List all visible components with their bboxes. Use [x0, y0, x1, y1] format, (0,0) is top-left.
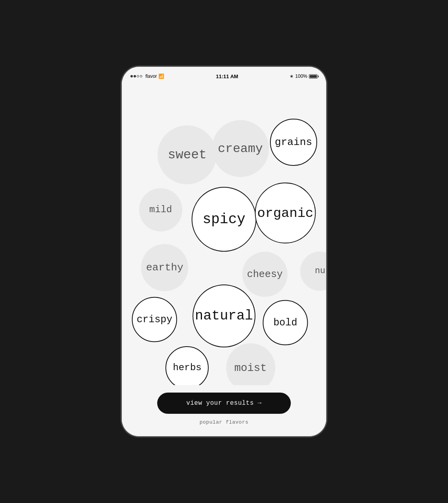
flavor-bubble-mild[interactable]: mild	[139, 188, 182, 231]
popular-flavors-label: popular flavors	[200, 419, 249, 425]
bubble-label-creamy: creamy	[218, 141, 263, 156]
bubble-label-moist: moist	[234, 362, 267, 374]
signal-dot-3	[137, 75, 139, 77]
bottom-area: view your results → popular flavors	[122, 385, 326, 436]
bubble-label-sweet: sweet	[168, 148, 207, 162]
status-right: ∗ 100%	[290, 73, 318, 79]
content-area: sweetcreamygrainsmildspicyorganicearthyc…	[122, 84, 326, 436]
bubble-label-mild: mild	[149, 204, 172, 215]
phone-frame: flavor 📶 11:11 AM ∗ 100% sweetcreamygrai…	[122, 67, 326, 436]
bubble-label-natural: natural	[195, 308, 253, 324]
flavor-bubble-cheesy[interactable]: cheesy	[242, 252, 288, 297]
signal-dot-1	[130, 75, 133, 77]
battery-fill	[310, 75, 317, 78]
arrow-icon: →	[258, 400, 262, 407]
battery-percent: 100%	[295, 73, 307, 79]
signal-dot-2	[134, 75, 136, 77]
battery-icon	[309, 74, 318, 79]
bubble-label-crispy: crispy	[137, 314, 173, 325]
signal-dot-4	[140, 75, 142, 77]
bubble-label-spicy: spicy	[203, 211, 246, 228]
flavor-bubble-nu[interactable]: nu	[300, 252, 326, 291]
flavor-bubble-grains[interactable]: grains	[270, 119, 317, 166]
flavor-bubble-earthy[interactable]: earthy	[141, 244, 188, 291]
signal-dots	[130, 75, 142, 77]
flavor-bubble-natural[interactable]: natural	[193, 285, 255, 347]
flavor-bubble-creamy[interactable]: creamy	[212, 120, 269, 177]
bubble-label-grains: grains	[275, 136, 312, 148]
bubble-label-bold: bold	[274, 317, 297, 328]
flavor-bubble-herbs[interactable]: herbs	[165, 346, 209, 389]
status-bar: flavor 📶 11:11 AM ∗ 100%	[122, 67, 326, 84]
view-results-button[interactable]: view your results →	[157, 393, 291, 414]
status-left: flavor 📶	[130, 73, 164, 79]
bubble-label-organic: organic	[257, 206, 313, 220]
flavor-bubble-bold[interactable]: bold	[263, 300, 308, 345]
flavor-bubble-sweet[interactable]: sweet	[158, 125, 217, 184]
bubble-label-nu: nu	[315, 266, 325, 276]
flavor-bubble-crispy[interactable]: crispy	[132, 297, 177, 342]
bubble-label-herbs: herbs	[173, 362, 202, 373]
bubbles-area: sweetcreamygrainsmildspicyorganicearthyc…	[122, 84, 326, 385]
carrier-label: flavor	[145, 73, 157, 79]
bubble-label-earthy: earthy	[146, 262, 184, 274]
wifi-icon: 📶	[158, 73, 164, 79]
flavor-bubble-spicy[interactable]: spicy	[192, 187, 257, 252]
time-display: 11:11 AM	[216, 73, 239, 79]
results-button-label: view your results	[186, 400, 254, 407]
flavor-bubble-organic[interactable]: organic	[255, 183, 316, 244]
bubble-label-cheesy: cheesy	[247, 268, 283, 280]
bluetooth-icon: ∗	[290, 73, 294, 79]
